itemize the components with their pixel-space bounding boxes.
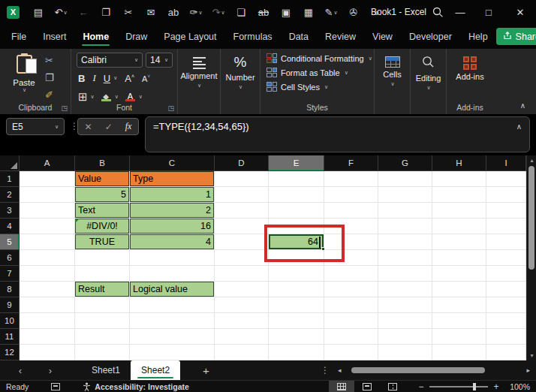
cell-D12[interactable] — [215, 345, 269, 360]
borders-button[interactable]: ⊞ — [78, 90, 88, 104]
close-button[interactable]: ✕ — [507, 0, 533, 24]
cell-G3[interactable] — [378, 203, 432, 219]
maximize-button[interactable]: □ — [476, 0, 501, 24]
share-button[interactable]: Share ∨ — [496, 28, 536, 45]
copy-icon[interactable]: ❐ — [95, 7, 117, 18]
cell-C1[interactable]: Type — [130, 171, 215, 187]
cell-I8[interactable] — [486, 282, 526, 297]
cell-H12[interactable] — [432, 345, 486, 360]
underline-button[interactable]: U — [104, 73, 110, 84]
cell-E2[interactable] — [269, 187, 324, 203]
font-color-button[interactable]: A — [125, 92, 135, 101]
cell-F2[interactable] — [324, 187, 378, 203]
cell-I3[interactable] — [486, 203, 526, 219]
ribbon-tab-formulas[interactable]: Formulas — [233, 24, 273, 49]
cell-G2[interactable] — [378, 187, 432, 203]
cell-I7[interactable] — [486, 266, 526, 282]
ribbon-tab-page-layout[interactable]: Page Layout — [164, 24, 216, 49]
zoom-in-icon[interactable]: + — [491, 381, 501, 392]
number-button[interactable]: % Number ∨ — [221, 55, 260, 90]
cell-G11[interactable] — [378, 329, 432, 345]
column-header-D[interactable]: D — [215, 155, 269, 171]
ribbon-tab-review[interactable]: Review — [325, 24, 356, 49]
cell-B3[interactable]: Text — [75, 203, 130, 219]
cell-F1[interactable] — [324, 171, 378, 187]
row-header-8[interactable]: 8 — [0, 282, 20, 297]
horizontal-scrollbar-thumb[interactable] — [351, 367, 485, 373]
cell-H10[interactable] — [432, 313, 486, 329]
zoom-level[interactable]: 100% — [501, 382, 530, 391]
cell-C4[interactable]: 16 — [130, 219, 215, 234]
cell-A9[interactable] — [20, 297, 75, 313]
cell-G6[interactable] — [378, 250, 432, 266]
scroll-up-icon[interactable]: ▴ — [527, 157, 536, 164]
cell-A4[interactable] — [20, 219, 75, 234]
vertical-scrollbar[interactable]: ▴ ▾ — [526, 155, 536, 360]
cell-H11[interactable] — [432, 329, 486, 345]
cell-C5[interactable]: 4 — [130, 234, 215, 250]
row-header-1[interactable]: 1 — [0, 171, 20, 187]
cell-C10[interactable] — [130, 313, 215, 329]
search-icon[interactable] — [432, 7, 444, 21]
cell-F9[interactable] — [324, 297, 378, 313]
chevron-down-icon[interactable]: ∨ — [115, 94, 119, 100]
cell-H5[interactable] — [432, 234, 486, 250]
cell-F10[interactable] — [324, 313, 378, 329]
collapse-ribbon-icon[interactable]: ∧ — [520, 101, 525, 110]
column-header-H[interactable]: H — [432, 155, 486, 171]
row-header-3[interactable]: 3 — [0, 203, 20, 219]
row-header-7[interactable]: 7 — [0, 266, 20, 282]
cell-A6[interactable] — [20, 250, 75, 266]
clipboard-dialog-launcher-icon[interactable]: ◳ — [61, 104, 68, 112]
sheet-nav-left-icon[interactable]: ‹ — [11, 365, 30, 376]
cell-E1[interactable] — [269, 171, 324, 187]
cell-B1[interactable]: Value — [75, 171, 130, 187]
translate-icon[interactable]: ab — [162, 7, 185, 18]
ink-pen-icon[interactable]: ✎∨ — [320, 7, 342, 18]
cell-C6[interactable] — [130, 250, 215, 266]
sheet-nav-right-icon[interactable]: › — [41, 365, 60, 376]
cell-C12[interactable] — [130, 345, 215, 360]
add-sheet-button[interactable]: + — [203, 364, 209, 377]
sheet-tab-sheet1[interactable]: Sheet1 — [81, 360, 131, 380]
cell-H2[interactable] — [432, 187, 486, 203]
font-name-select[interactable]: Calibri ∨ — [77, 53, 143, 68]
page-layout-view-button[interactable] — [354, 381, 380, 392]
macro-record-icon[interactable] — [51, 383, 60, 390]
chevron-down-icon[interactable]: ∨ — [91, 94, 95, 100]
table-lookup-icon[interactable]: ▦ — [297, 7, 320, 18]
cell-D1[interactable] — [215, 171, 269, 187]
camera-icon[interactable]: ▣ — [275, 7, 297, 18]
cell-H4[interactable] — [432, 219, 486, 234]
cell-B6[interactable] — [75, 250, 130, 266]
cell-D11[interactable] — [215, 329, 269, 345]
cell-I11[interactable] — [486, 329, 526, 345]
italic-button[interactable]: I — [92, 72, 95, 84]
row-header-11[interactable]: 11 — [0, 329, 20, 345]
cell-E9[interactable] — [269, 297, 324, 313]
ribbon-tab-developer[interactable]: Developer — [409, 24, 452, 49]
scroll-right-icon[interactable]: ▸ — [521, 366, 530, 374]
decrease-font-button[interactable]: A˅ — [142, 74, 150, 83]
cell-I6[interactable] — [486, 250, 526, 266]
cell-B12[interactable] — [75, 345, 130, 360]
ribbon-tab-help[interactable]: Help — [468, 24, 488, 49]
cell-E10[interactable] — [269, 313, 324, 329]
cell-I9[interactable] — [486, 297, 526, 313]
format-painter-icon[interactable]: ✐ — [45, 89, 54, 101]
cell-G8[interactable] — [378, 282, 432, 297]
cell-F7[interactable] — [324, 266, 378, 282]
cell-G9[interactable] — [378, 297, 432, 313]
select-all-button[interactable] — [0, 155, 20, 171]
cell-B8[interactable]: Result — [75, 282, 130, 297]
row-header-2[interactable]: 2 — [0, 187, 20, 203]
cell-E3[interactable] — [269, 203, 324, 219]
cell-F12[interactable] — [324, 345, 378, 360]
cell-I2[interactable] — [486, 187, 526, 203]
cell-H9[interactable] — [432, 297, 486, 313]
zoom-slider[interactable] — [429, 386, 488, 387]
strikethrough-icon[interactable]: ab — [252, 7, 275, 18]
cell-F6[interactable] — [324, 250, 378, 266]
touch-draw-icon[interactable]: ✑∨ — [185, 7, 207, 18]
row-header-6[interactable]: 6 — [0, 250, 20, 266]
